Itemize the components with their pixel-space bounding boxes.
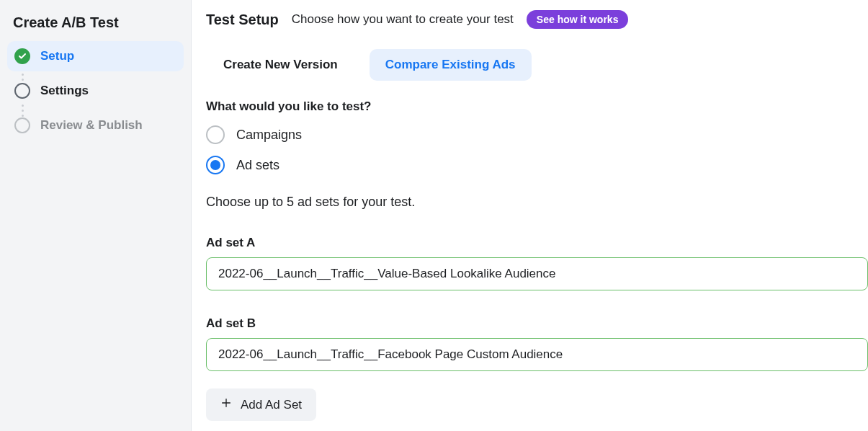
radio-option-ad-sets[interactable]: Ad sets (206, 156, 868, 174)
see-how-it-works-button[interactable]: See how it works (527, 10, 629, 29)
step-label: Setup (40, 49, 74, 63)
circle-icon (14, 117, 30, 133)
adset-a-input[interactable] (206, 257, 868, 290)
sidebar-title: Create A/B Test (7, 10, 184, 41)
step-label: Settings (40, 84, 89, 98)
tab-compare-existing-ads[interactable]: Compare Existing Ads (370, 49, 532, 81)
step-settings[interactable]: Settings (7, 76, 184, 106)
adset-a-label: Ad set A (206, 236, 868, 250)
radio-icon (206, 125, 225, 144)
tab-create-new-version[interactable]: Create New Version (207, 49, 354, 81)
step-setup[interactable]: Setup (7, 41, 184, 71)
add-ad-set-button[interactable]: Add Ad Set (206, 388, 316, 421)
page-subtitle: Choose how you want to create your test (292, 12, 514, 27)
test-question: What would you like to test? (206, 99, 868, 114)
hint-text: Choose up to 5 ad sets for your test. (206, 195, 868, 210)
radio-option-campaigns[interactable]: Campaigns (206, 125, 868, 144)
page-title: Test Setup (206, 12, 279, 28)
step-list: Setup Settings Review & Publish (7, 41, 184, 141)
step-label: Review & Publish (40, 118, 143, 133)
radio-label: Ad sets (236, 158, 279, 173)
tab-bar: Create New Version Compare Existing Ads (207, 49, 868, 81)
main-content: Test Setup Choose how you want to create… (192, 0, 868, 431)
add-ad-set-label: Add Ad Set (241, 398, 302, 412)
radio-icon (206, 156, 225, 174)
adset-b-input[interactable] (206, 338, 868, 371)
plus-icon (220, 397, 232, 412)
adset-b-label: Ad set B (206, 316, 868, 331)
step-review-publish[interactable]: Review & Publish (7, 110, 184, 141)
sidebar: Create A/B Test Setup Settings Review & … (0, 0, 192, 431)
page-header: Test Setup Choose how you want to create… (206, 10, 868, 29)
radio-label: Campaigns (236, 128, 302, 143)
check-icon (14, 48, 30, 64)
circle-icon (14, 83, 30, 99)
